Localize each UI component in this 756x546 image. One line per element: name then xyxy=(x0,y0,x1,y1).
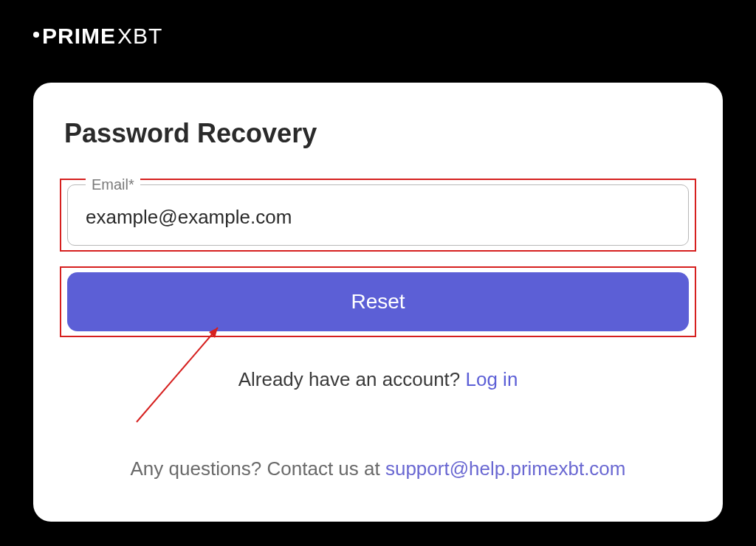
reset-button[interactable]: Reset xyxy=(67,272,689,331)
logo-text-xbt: XBT xyxy=(117,24,162,49)
support-row: Any questions? Contact us at support@hel… xyxy=(60,457,696,480)
reset-highlight-annotation: Reset xyxy=(60,266,696,337)
login-prompt: Already have an account? xyxy=(238,368,466,390)
brand-logo: PRIME XBT xyxy=(33,24,162,49)
login-row: Already have an account? Log in xyxy=(60,368,696,391)
password-recovery-card: Password Recovery Email* Reset Already h… xyxy=(33,83,723,522)
email-highlight-annotation: Email* xyxy=(60,179,696,252)
email-label: Email* xyxy=(86,176,140,193)
login-link[interactable]: Log in xyxy=(466,368,518,390)
support-email-link[interactable]: support@help.primexbt.com xyxy=(385,457,626,480)
logo-text-prime: PRIME xyxy=(42,24,116,49)
logo-dot-icon xyxy=(33,32,39,38)
email-input[interactable] xyxy=(86,206,670,229)
email-field-wrapper: Email* xyxy=(67,184,689,246)
support-prompt: Any questions? Contact us at xyxy=(131,457,385,480)
page-title: Password Recovery xyxy=(64,118,696,149)
